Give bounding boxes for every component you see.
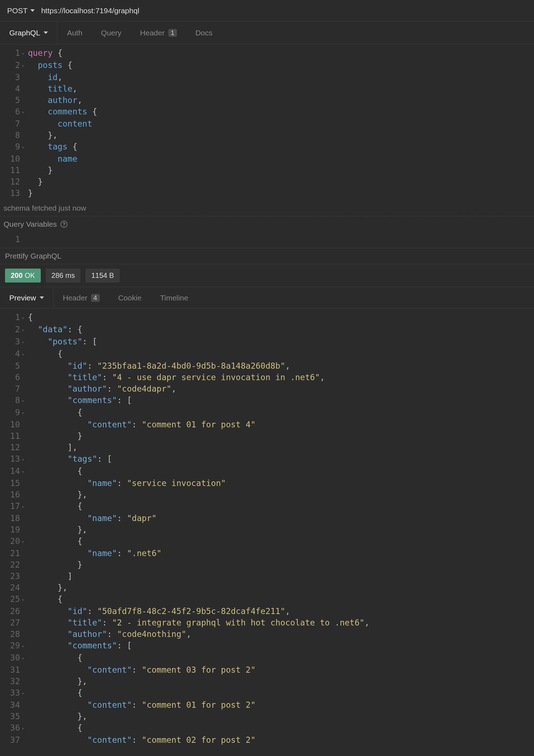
request-tabs: GraphQLAuthQueryHeader1Docs (0, 21, 534, 44)
response-preview[interactable]: 1▾{2▾ "data": {3▾ "posts": [4▾ {5 "id": … (0, 309, 534, 748)
fold-toggle-icon[interactable]: ▾ (21, 640, 28, 652)
gutter-line-number: 1 (0, 234, 21, 245)
code-content: }, (28, 582, 534, 593)
gutter-line-number: 9 (0, 407, 21, 419)
query-variables-editor[interactable]: 1 (0, 231, 534, 248)
code-content: } (28, 165, 534, 176)
code-line: 35 }, (0, 711, 534, 722)
fold-toggle-icon[interactable]: ▾ (21, 348, 28, 360)
code-line: 7 content (0, 118, 534, 129)
code-content: { (28, 722, 534, 734)
help-icon[interactable]: ? (60, 221, 68, 228)
tab-query[interactable]: Query (92, 21, 131, 44)
code-line: 12 } (0, 176, 534, 187)
fold-toggle-icon[interactable]: ▾ (21, 593, 28, 605)
fold-toggle-icon (21, 699, 28, 711)
tab-label: Header (140, 29, 165, 37)
code-line: 18 "name": "dapr" (0, 512, 534, 524)
tab-badge: 1 (168, 29, 177, 37)
fold-toggle-icon[interactable]: ▾ (21, 500, 28, 512)
tab-cookie[interactable]: Cookie (109, 287, 151, 308)
tab-docs[interactable]: Docs (186, 21, 222, 44)
fold-toggle-icon[interactable]: ▾ (21, 47, 28, 59)
code-line: 33▾ { (0, 687, 534, 699)
fold-toggle-icon[interactable]: ▾ (21, 394, 28, 407)
code-line: 27 "title": "2 - integrate graphql with … (0, 617, 534, 628)
code-line: 12 ], (0, 442, 534, 453)
code-line: 10 "content": "comment 01 for post 4" (0, 419, 534, 430)
tab-header[interactable]: Header1 (131, 21, 186, 44)
fold-toggle-icon[interactable]: ▾ (21, 311, 28, 324)
code-line: 22 } (0, 559, 534, 570)
code-line: 29▾ "comments": [ (0, 640, 534, 652)
fold-toggle-icon[interactable]: ▾ (21, 535, 28, 548)
status-badge: 200 OK (5, 269, 41, 283)
http-method-dropdown[interactable]: POST (7, 6, 35, 15)
graphql-query-editor[interactable]: 1▾query {2▾ posts {3 id,4 title,5 author… (0, 44, 534, 202)
gutter-line-number: 2 (0, 59, 21, 72)
code-content: } (28, 187, 534, 199)
fold-toggle-icon[interactable]: ▾ (21, 336, 28, 348)
fold-toggle-icon[interactable]: ▾ (21, 59, 28, 72)
status-text: OK (25, 271, 35, 279)
fold-toggle-icon (21, 176, 28, 187)
code-line: 14▾ { (0, 465, 534, 477)
fold-toggle-icon[interactable]: ▾ (21, 465, 28, 477)
fold-toggle-icon[interactable]: ▾ (21, 722, 28, 734)
fold-toggle-icon (21, 129, 28, 141)
http-method-label: POST (7, 6, 28, 15)
fold-toggle-icon[interactable]: ▾ (21, 687, 28, 699)
code-content: } (28, 559, 534, 570)
fold-toggle-icon[interactable]: ▾ (21, 407, 28, 419)
chevron-down-icon (44, 31, 48, 34)
prettify-graphql-button[interactable]: Prettify GraphQL (0, 248, 534, 264)
code-line: 4▾ { (0, 348, 534, 360)
tab-auth[interactable]: Auth (58, 21, 92, 44)
code-line: 4 title, (0, 83, 534, 94)
gutter-line-number: 4 (0, 348, 21, 360)
code-line: 6▾ comments { (0, 106, 534, 118)
fold-toggle-icon (21, 734, 28, 746)
fold-toggle-icon (21, 582, 28, 593)
code-content: } (28, 176, 534, 187)
code-content: } (28, 430, 534, 442)
code-line: 24 }, (0, 582, 534, 593)
url-input[interactable]: https://localhost:7194/graphql (41, 6, 139, 15)
gutter-line-number: 3 (0, 72, 21, 83)
fold-toggle-icon[interactable]: ▾ (21, 324, 28, 336)
tab-label: Query (101, 29, 122, 37)
code-content: "content": "comment 01 for post 4" (28, 419, 534, 430)
gutter-line-number: 34 (0, 699, 21, 711)
code-line: 1▾query { (0, 47, 534, 59)
code-content: { (28, 687, 534, 699)
tab-header[interactable]: Header4 (54, 287, 109, 308)
tab-label: Auth (67, 29, 82, 37)
code-content: { (28, 535, 534, 548)
gutter-line-number: 11 (0, 430, 21, 442)
fold-toggle-icon[interactable]: ▾ (21, 453, 28, 465)
gutter-line-number: 2 (0, 324, 21, 336)
code-line: 36▾ { (0, 722, 534, 734)
code-line: 10 name (0, 153, 534, 165)
fold-toggle-icon[interactable]: ▾ (21, 652, 28, 664)
tab-preview[interactable]: Preview (0, 287, 54, 308)
code-line: 1 (0, 234, 534, 245)
fold-toggle-icon (21, 153, 28, 165)
tab-graphql[interactable]: GraphQL (0, 21, 58, 44)
tab-timeline[interactable]: Timeline (151, 287, 198, 308)
gutter-line-number: 6 (0, 372, 21, 383)
gutter-line-number: 20 (0, 535, 21, 548)
fold-toggle-icon (21, 419, 28, 430)
chevron-down-icon (40, 296, 44, 299)
response-status-bar: 200 OK 286 ms 1154 B (0, 264, 534, 287)
fold-toggle-icon[interactable]: ▾ (21, 141, 28, 153)
code-line: 23 ] (0, 570, 534, 582)
code-content: { (28, 500, 534, 512)
fold-toggle-icon[interactable]: ▾ (21, 106, 28, 118)
code-content: ] (28, 570, 534, 582)
gutter-line-number: 30 (0, 652, 21, 664)
fold-toggle-icon (21, 605, 28, 617)
status-code: 200 (11, 271, 23, 279)
code-content: "name": ".net6" (28, 548, 534, 559)
query-variables-header[interactable]: Query Variables ? (0, 216, 534, 231)
